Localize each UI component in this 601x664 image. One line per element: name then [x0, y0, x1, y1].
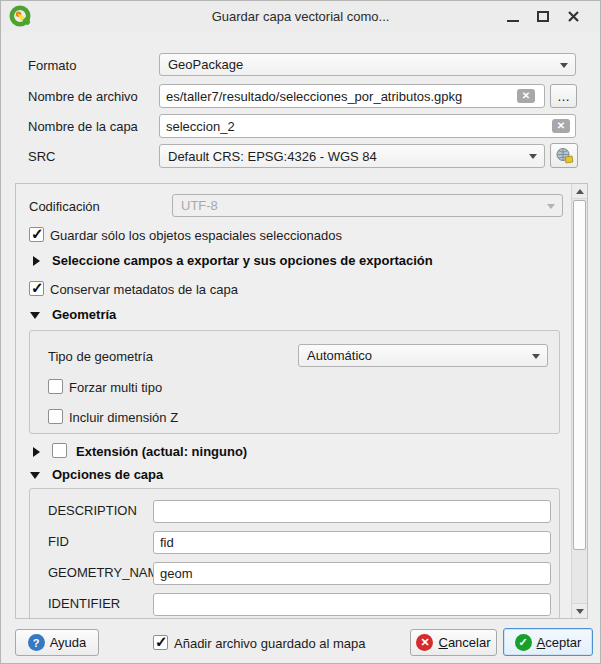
geometry-groupbox: Tipo de geometría Automático Forzar mult… [29, 330, 560, 434]
maximize-button[interactable] [531, 1, 555, 31]
scroll-down-button[interactable] [572, 603, 587, 618]
chevron-down-icon [529, 154, 537, 159]
section-extent[interactable]: Extensión (actual: ninguno) [76, 444, 247, 459]
save-vector-layer-dialog: Guardar capa vectorial como... Formato G… [0, 0, 601, 664]
clear-layer-name-icon[interactable]: ✕ [552, 119, 570, 133]
save-selected-checkbox[interactable] [29, 227, 44, 242]
filename-input[interactable] [159, 84, 545, 108]
minimize-button[interactable] [501, 1, 525, 31]
help-icon: ? [28, 634, 45, 651]
keep-metadata-label: Conservar metadatos de la capa [50, 282, 238, 297]
cancel-label: Cancelar [438, 635, 490, 650]
crs-label: SRC [28, 149, 55, 164]
save-selected-label: Guardar sólo los objetos espaciales sele… [50, 228, 342, 243]
geometry-type-label: Tipo de geometría [48, 349, 153, 364]
chevron-down-icon [560, 63, 568, 68]
add-to-map-checkbox[interactable] [153, 635, 168, 650]
format-select[interactable]: GeoPackage [159, 53, 576, 76]
field-label: IDENTIFIER [48, 596, 120, 611]
geometry-type-select[interactable]: Automático [298, 344, 548, 367]
encoding-select: UTF-8 [172, 194, 563, 217]
close-icon [567, 10, 580, 23]
field-label: GEOMETRY_NAME [48, 565, 167, 580]
globe-edit-icon [555, 147, 574, 164]
section-layer-options[interactable]: Opciones de capa [52, 467, 163, 482]
close-button[interactable] [561, 1, 585, 31]
help-button[interactable]: ? Ayuda [15, 629, 99, 656]
minimize-icon [507, 20, 519, 22]
maximize-icon [537, 11, 549, 22]
layer-name-input[interactable] [159, 114, 576, 138]
vertical-scrollbar[interactable] [571, 184, 587, 618]
arrow-up-icon [576, 189, 584, 194]
format-label: Formato [28, 58, 76, 73]
force-multi-checkbox[interactable] [48, 379, 63, 394]
description-input[interactable] [153, 500, 551, 523]
arrow-down-icon [576, 609, 584, 614]
force-multi-label: Forzar multi tipo [69, 380, 162, 395]
cancel-icon: ✕ [416, 634, 433, 651]
keep-metadata-checkbox[interactable] [29, 281, 44, 296]
scroll-up-button[interactable] [572, 184, 587, 199]
crs-value: Default CRS: EPSG:4326 - WGS 84 [168, 149, 377, 164]
geometry-name-input[interactable] [153, 562, 551, 585]
section-select-fields[interactable]: Seleccione campos a exportar y sus opcio… [52, 253, 433, 268]
options-scroll-area: Codificación UTF-8 Guardar sólo los obje… [15, 183, 588, 619]
accept-icon: ✓ [515, 634, 532, 651]
titlebar: Guardar capa vectorial como... [1, 1, 600, 31]
crs-select[interactable]: Default CRS: EPSG:4326 - WGS 84 [159, 144, 545, 168]
browse-button[interactable]: … [550, 84, 577, 108]
layer-options-groupbox: DESCRIPTION FID GEOMETRY_NAME IDENTIFIER [29, 488, 560, 619]
help-label: Ayuda [50, 635, 87, 650]
fid-input[interactable] [153, 531, 551, 554]
geometry-type-value: Automático [307, 348, 372, 363]
chevron-down-icon [547, 204, 555, 209]
expand-arrow-icon[interactable] [33, 447, 40, 457]
extent-checkbox[interactable] [52, 443, 67, 458]
filename-label: Nombre de archivo [28, 89, 138, 104]
field-label: FID [48, 534, 69, 549]
expand-arrow-icon[interactable] [33, 256, 40, 266]
accept-button[interactable]: ✓ Aceptar [503, 628, 593, 656]
encoding-value: UTF-8 [181, 198, 218, 213]
chevron-down-icon [532, 354, 540, 359]
add-to-map-label: Añadir archivo guardado al mapa [174, 636, 366, 651]
accept-label: Aceptar [537, 635, 582, 650]
include-z-label: Incluir dimensión Z [69, 410, 178, 425]
format-value: GeoPackage [168, 57, 243, 72]
clear-filename-icon[interactable]: ✕ [517, 89, 535, 103]
collapse-arrow-icon[interactable] [30, 312, 40, 319]
cancel-button[interactable]: ✕ Cancelar [410, 629, 497, 656]
section-geometry[interactable]: Geometría [52, 307, 116, 322]
collapse-arrow-icon[interactable] [30, 472, 40, 479]
field-label: DESCRIPTION [48, 503, 137, 518]
layer-name-label: Nombre de la capa [28, 119, 138, 134]
identifier-input[interactable] [153, 593, 551, 616]
browse-label: … [557, 89, 570, 104]
scrollbar-thumb[interactable] [573, 200, 586, 550]
include-z-checkbox[interactable] [48, 409, 63, 424]
encoding-label: Codificación [29, 199, 100, 214]
crs-picker-button[interactable] [550, 143, 578, 168]
